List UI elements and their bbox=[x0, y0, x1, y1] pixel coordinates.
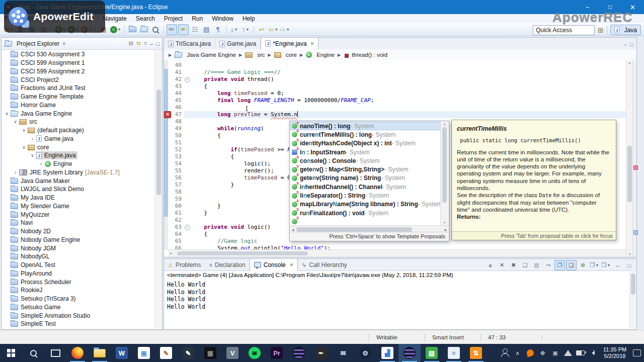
javadoc-popup[interactable]: currentTimeMillis public static long cur… bbox=[451, 120, 616, 240]
premiere-taskbar-icon[interactable]: Pr bbox=[266, 344, 288, 362]
tree-item-nobody-jgm[interactable]: Nobody JGM bbox=[2, 244, 155, 252]
word-wrap-icon[interactable]: ↪ bbox=[543, 260, 553, 270]
tree-item-nobody-game-engine[interactable]: Nobody Game Engine bbox=[2, 236, 155, 244]
tree-item-setsuko-game[interactable]: Setsuko Game bbox=[2, 303, 155, 312]
file-explorer-taskbar-icon[interactable] bbox=[89, 344, 111, 362]
maximize-view-icon[interactable]: □ bbox=[156, 41, 159, 47]
clear-console-icon[interactable]: ❏ bbox=[520, 260, 530, 270]
remove-all-terminated-icon[interactable]: ✖ bbox=[508, 260, 519, 270]
line-number[interactable]: 53 bbox=[168, 153, 184, 160]
breadcrumb-engine[interactable]: CEngine bbox=[305, 52, 336, 58]
console-tab-declaration[interactable]: ≡Declaration bbox=[205, 259, 250, 270]
tree-item-openal-test[interactable]: OpenAL Test bbox=[2, 261, 155, 269]
editor-minimize-icon[interactable]: – bbox=[623, 41, 626, 47]
proposal-getenv-map-string-string[interactable]: getenv() : Map<String,String> - System bbox=[290, 165, 441, 173]
tree-item-java-game-engine[interactable]: ∨Java Game Engine bbox=[2, 109, 155, 118]
tree-item-fractions-and-junit-test[interactable]: Fractions and JUnit Test bbox=[2, 84, 155, 93]
whitespace-icon[interactable]: ¶ bbox=[213, 24, 223, 35]
proposal-currenttimemillis-long[interactable]: currentTimeMillis() : long - System bbox=[290, 130, 441, 139]
code-line-46[interactable]: 46 bbox=[168, 104, 626, 111]
forward-icon[interactable]: ⇨▼ bbox=[280, 24, 290, 35]
paint-taskbar-icon[interactable]: ✎ bbox=[155, 344, 177, 362]
editor-hscrollbar[interactable]: ◂ bbox=[168, 249, 626, 257]
tab-close-icon[interactable]: ✕ bbox=[290, 262, 294, 267]
proposal-identityhashcode-object-x-int[interactable]: identityHashCode(Object x) : int - Syste… bbox=[290, 139, 441, 148]
editor-tab-engine-java[interactable]: J*Engine.java✕ bbox=[261, 37, 318, 50]
proposal-in-inputstream[interactable]: in : InputStream - System bbox=[290, 148, 441, 156]
firefox-taskbar-icon[interactable] bbox=[66, 344, 89, 362]
avast-tray-icon[interactable] bbox=[524, 344, 536, 362]
tree-item-game-engine-template[interactable]: Game Engine Template bbox=[2, 93, 155, 101]
line-number[interactable]: 45 bbox=[168, 97, 184, 104]
proposal-console-console[interactable]: console() : Console - System bbox=[290, 156, 441, 165]
display-console-icon[interactable]: ❒▼ bbox=[589, 260, 600, 270]
content-assist-vscrollbar[interactable]: ▲ ▼ bbox=[440, 122, 448, 225]
code-line-47[interactable]: 47 long prevTime = System.n bbox=[168, 111, 626, 118]
tree-item-nobody-2d[interactable]: Nobody 2D bbox=[2, 227, 155, 236]
tree-item-engine-java[interactable]: ∨JEngine.java bbox=[2, 151, 155, 160]
line-number[interactable]: 51 bbox=[168, 139, 184, 146]
line-number[interactable]: 56 bbox=[168, 174, 184, 182]
code-line-43[interactable]: 43 { bbox=[168, 83, 626, 90]
tree-expand-icon[interactable]: › bbox=[38, 161, 44, 166]
tree-item-java-game-maker[interactable]: Java Game Maker bbox=[2, 176, 155, 185]
breadcrumb-src[interactable]: src bbox=[244, 52, 266, 58]
monitor-app-taskbar-icon[interactable]: ▟ bbox=[376, 344, 398, 362]
code-line-44[interactable]: 44 long timePassed = 0; bbox=[168, 90, 626, 97]
tree-item-csci-599-assignment-2[interactable]: CSCI 599 Assignment 2 bbox=[2, 67, 155, 76]
maximize-icon[interactable]: □ bbox=[624, 260, 634, 270]
tab-close-icon[interactable]: ✕ bbox=[310, 41, 314, 46]
show-stdout-icon[interactable]: ❐ bbox=[554, 260, 565, 270]
back-icon[interactable]: ⇦▼ bbox=[268, 24, 279, 35]
proposal-more[interactable] bbox=[290, 217, 441, 225]
remove-launch-icon[interactable]: ✕ bbox=[497, 260, 507, 270]
word-taskbar-icon[interactable]: W bbox=[111, 344, 133, 362]
line-number[interactable]: 61 bbox=[168, 210, 184, 217]
taskbar-clock[interactable]: 11:35 PM 5/2/2018 bbox=[599, 344, 630, 362]
start-taskbar-icon[interactable] bbox=[0, 344, 22, 362]
wifi-tray-icon[interactable] bbox=[561, 344, 574, 362]
tree-expand-icon[interactable]: ∨ bbox=[29, 153, 36, 158]
people-tray-icon[interactable] bbox=[499, 344, 511, 362]
misc-tray-icon[interactable]: ▣ bbox=[549, 344, 561, 362]
open-folder-icon[interactable] bbox=[127, 24, 138, 35]
error-marker-icon[interactable]: ✕ bbox=[164, 111, 171, 118]
line-number[interactable]: 63 bbox=[168, 224, 184, 231]
prev-annotation-icon[interactable]: ↑▼ bbox=[240, 24, 251, 35]
proposal-runfinalization-void[interactable]: runFinalization() : void - System bbox=[290, 209, 441, 217]
vmware-taskbar-icon[interactable]: V bbox=[221, 344, 244, 362]
link-with-editor-icon[interactable]: ⇆ bbox=[136, 40, 141, 47]
battery-tray-icon[interactable] bbox=[574, 344, 587, 362]
task-view-taskbar-icon[interactable] bbox=[44, 344, 66, 362]
console-output[interactable]: Hello WorldHello WorldHello WorldHello W… bbox=[167, 281, 205, 310]
tree-item-setsuko-triscara-3[interactable]: Setsuko (TriScara 3) bbox=[2, 295, 155, 303]
line-number[interactable]: 48 bbox=[168, 118, 184, 125]
sync-app-taskbar-icon[interactable]: ⇅ bbox=[465, 344, 487, 362]
tree-expand-icon[interactable]: › bbox=[29, 136, 36, 141]
tree-expand-icon[interactable]: ∨ bbox=[21, 145, 27, 150]
proposal-nanotime-long[interactable]: nanoTime() : long - System bbox=[290, 122, 441, 130]
menu-run[interactable]: Run bbox=[187, 14, 207, 23]
volume-tray-icon[interactable] bbox=[587, 344, 599, 362]
photos-taskbar-icon[interactable]: ▣ bbox=[133, 344, 155, 362]
tree-item-jre-system-library[interactable]: ›JRE System Library[JavaSE-1.7] bbox=[2, 168, 155, 177]
tree-item-csci-530-assignment-3[interactable]: CSCI 530 Assignment 3 bbox=[2, 50, 155, 59]
green-app-taskbar-icon[interactable]: ▤ bbox=[421, 344, 443, 362]
line-number[interactable]: 43 bbox=[168, 83, 184, 90]
line-number[interactable]: 49 bbox=[168, 125, 184, 132]
terminate-icon[interactable]: ■ bbox=[485, 260, 496, 270]
tree-expand-icon[interactable]: ∨ bbox=[21, 128, 27, 133]
next-annotation-icon[interactable]: ↓▼ bbox=[229, 24, 239, 35]
breadcrumb-core[interactable]: core bbox=[273, 52, 298, 58]
console-tab-console[interactable]: Console✕ bbox=[250, 258, 298, 271]
import-folder-icon[interactable] bbox=[139, 24, 149, 35]
line-number[interactable]: 52 bbox=[168, 146, 184, 153]
pen-tool-taskbar-icon[interactable]: ✒ bbox=[310, 344, 332, 362]
code-line-42[interactable]: 42− private void thread() bbox=[168, 76, 626, 83]
tree-item-default-package[interactable]: ∨(default package) bbox=[2, 126, 155, 135]
photoshop-taskbar-icon[interactable]: ✎ bbox=[177, 344, 199, 362]
eclipse-taskbar-icon[interactable] bbox=[288, 344, 310, 362]
tree-item-rookiej[interactable]: RookieJ bbox=[2, 286, 155, 295]
tree-item-playaround[interactable]: PlayAround bbox=[2, 269, 155, 278]
collapse-all-icon[interactable]: ⊟ bbox=[129, 40, 133, 47]
